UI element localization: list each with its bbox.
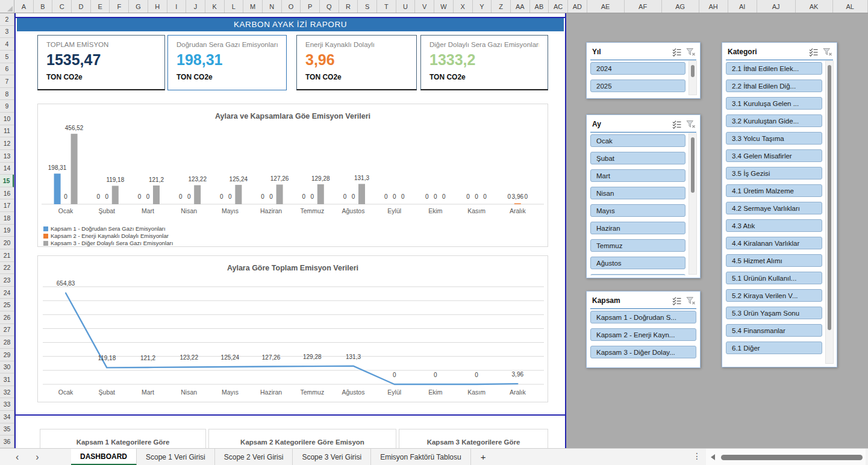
column-header-Z[interactable]: Z	[492, 0, 511, 13]
multi-select-icon[interactable]	[672, 48, 682, 57]
row-header-31[interactable]: 31	[0, 373, 14, 386]
column-header-H[interactable]: H	[148, 0, 167, 13]
column-header-AD[interactable]: AD	[568, 0, 587, 13]
row-header-14[interactable]: 14	[0, 163, 14, 175]
column-header-J[interactable]: J	[186, 0, 205, 13]
column-header-AH[interactable]: AH	[699, 0, 728, 13]
column-header-R[interactable]: R	[339, 0, 358, 13]
scrollbar-thumb[interactable]	[691, 65, 695, 77]
slicer-item[interactable]: Eylül	[590, 274, 685, 275]
scrollbar-thumb[interactable]	[721, 455, 863, 460]
row-header-35[interactable]: 35	[0, 423, 14, 436]
slicer-item[interactable]: Şubat	[590, 152, 685, 164]
column-header-AK[interactable]: AK	[796, 0, 833, 13]
sheet-tab-scope-1-veri-girisi[interactable]: Scope 1 Veri Girisi	[137, 449, 215, 465]
slicer-item[interactable]: Temmuz	[590, 239, 685, 252]
row-header-11[interactable]: 11	[0, 125, 14, 138]
row-header-23[interactable]: 23	[0, 274, 14, 287]
row-header-9[interactable]: 9	[0, 100, 14, 113]
row-header-30[interactable]: 30	[0, 361, 14, 374]
column-header-AC[interactable]: AC	[549, 0, 568, 13]
slicer-item[interactable]: 4.4 Kiralanan Varlıklar	[726, 237, 822, 249]
slicer-scrollbar[interactable]	[688, 61, 697, 95]
row-header-27[interactable]: 27	[0, 324, 14, 337]
column-header-M[interactable]: M	[243, 0, 263, 13]
column-header-A[interactable]: A	[14, 0, 34, 13]
row-header-33[interactable]: 33	[0, 398, 14, 411]
slicer-item[interactable]: Haziran	[590, 222, 685, 234]
column-header-AA[interactable]: AA	[511, 0, 530, 13]
multi-select-icon[interactable]	[672, 120, 682, 129]
slicer-item[interactable]: Mart	[590, 169, 685, 182]
slicer-item[interactable]: 4.1 Üretim Malzeme	[726, 184, 822, 197]
slicer-item[interactable]: Ocak	[590, 134, 685, 147]
slicer-scrollbar[interactable]	[688, 133, 697, 275]
slicer-item[interactable]: Ağustos	[590, 257, 685, 269]
row-header-8[interactable]: 8	[0, 88, 14, 101]
slicer-item[interactable]: 4.5 Hizmet Alımı	[726, 254, 822, 267]
column-header-AI[interactable]: AI	[728, 0, 757, 13]
column-header-AG[interactable]: AG	[662, 0, 699, 13]
slicer-item[interactable]: 4.2 Sermaye Varlıkları	[726, 202, 822, 214]
row-header-5[interactable]: 5	[0, 51, 14, 63]
clear-filter-icon[interactable]	[686, 120, 696, 129]
clear-filter-icon[interactable]	[686, 296, 696, 305]
scroll-left-arrow-icon[interactable]	[711, 454, 715, 460]
clear-filter-icon[interactable]	[686, 48, 696, 57]
slicer-scrollbar[interactable]	[825, 61, 834, 364]
row-header-2[interactable]: 2	[0, 13, 14, 26]
row-header-22[interactable]: 22	[0, 262, 14, 275]
column-header-V[interactable]: V	[415, 0, 434, 13]
sheet-tab-scope-2-veri-girisi[interactable]: Scope 2 Veri Girisi	[215, 449, 293, 465]
slicer-item[interactable]: Mayıs	[590, 204, 685, 217]
column-header-S[interactable]: S	[358, 0, 377, 13]
column-header-X[interactable]: X	[454, 0, 473, 13]
column-header-W[interactable]: W	[434, 0, 454, 13]
sheet-tab-emisyon-fakt-r-tablosu[interactable]: Emisyon Faktörü Tablosu	[371, 449, 471, 465]
slicer-item[interactable]: Kapsam 1 - Doğrudan S...	[590, 311, 696, 323]
row-header-18[interactable]: 18	[0, 212, 14, 225]
slicer-item[interactable]: Kapsam 2 - Enerji Kayn...	[590, 328, 696, 341]
row-header-26[interactable]: 26	[0, 311, 14, 324]
slicer-item[interactable]: 3.3 Yolcu Taşıma	[726, 132, 822, 145]
slicer-item[interactable]: 5.2 Kiraya Verilen V...	[726, 289, 822, 302]
slicer-item[interactable]: 3.5 İş Gezisi	[726, 167, 822, 179]
row-header-3[interactable]: 3	[0, 26, 14, 39]
column-header-AB[interactable]: AB	[530, 0, 549, 13]
column-header-Q[interactable]: Q	[320, 0, 339, 13]
column-header-N[interactable]: N	[263, 0, 282, 13]
multi-select-icon[interactable]	[672, 296, 682, 305]
column-header-AF[interactable]: AF	[625, 0, 662, 13]
row-header-28[interactable]: 28	[0, 336, 14, 349]
slicer-item[interactable]: 5.3 Ürün Yaşam Sonu	[726, 307, 822, 319]
slicer-item[interactable]: Nisan	[590, 187, 685, 199]
row-header-21[interactable]: 21	[0, 249, 14, 262]
row-header-24[interactable]: 24	[0, 287, 14, 299]
row-header-32[interactable]: 32	[0, 386, 14, 399]
slicer-item[interactable]: 5.1 Ürünün Kullanıl...	[726, 272, 822, 284]
column-header-U[interactable]: U	[396, 0, 416, 13]
row-header-19[interactable]: 19	[0, 225, 14, 237]
column-header-AJ[interactable]: AJ	[757, 0, 796, 13]
row-header-25[interactable]: 25	[0, 299, 14, 311]
column-header-E[interactable]: E	[91, 0, 110, 13]
column-header-G[interactable]: G	[129, 0, 148, 13]
slicer-item[interactable]: 3.2 Kuruluştan Gide...	[726, 114, 822, 127]
scrollbar-thumb[interactable]	[691, 137, 695, 193]
slicer-item[interactable]: 4.3 Atık	[726, 219, 822, 232]
column-header-AE[interactable]: AE	[587, 0, 625, 13]
row-header-29[interactable]: 29	[0, 349, 14, 361]
sheet-tab-dashboard[interactable]: DASHBOARD	[71, 449, 137, 465]
multi-select-icon[interactable]	[809, 48, 819, 57]
column-header-I[interactable]: I	[167, 0, 187, 13]
row-header-12[interactable]: 12	[0, 137, 14, 150]
add-sheet-button[interactable]: +	[471, 449, 496, 465]
column-header-AL[interactable]: AL	[833, 0, 868, 13]
ellipsis-vertical-icon[interactable]: ⋮	[693, 451, 701, 461]
clear-filter-icon[interactable]	[823, 48, 832, 57]
column-header-P[interactable]: P	[301, 0, 320, 13]
slicer-item[interactable]: 3.1 Kuruluşa Gelen ...	[726, 97, 822, 110]
column-header-Y[interactable]: Y	[473, 0, 492, 13]
slicer-item[interactable]: Kapsam 3 - Diğer Dolay...	[590, 346, 696, 358]
row-header-36[interactable]: 36	[0, 435, 14, 448]
